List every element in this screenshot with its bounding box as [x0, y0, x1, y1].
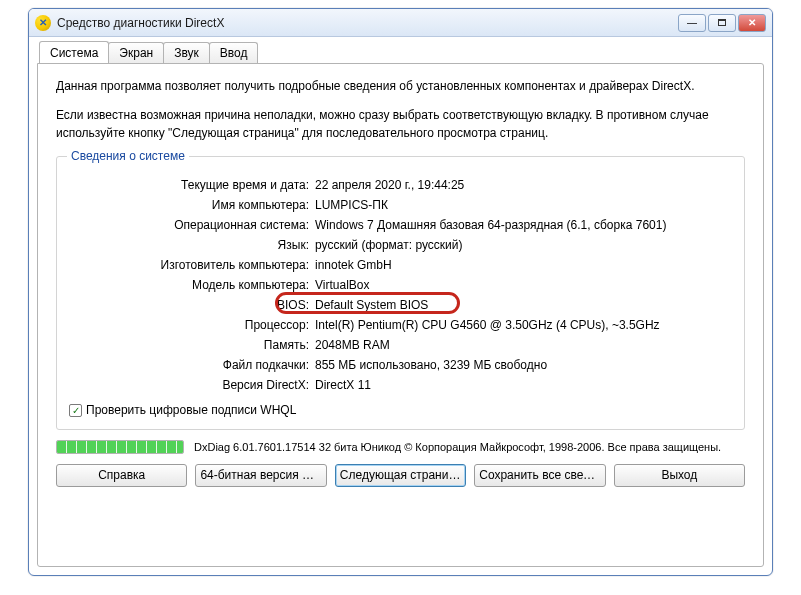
value-dxversion: DirectX 11 [315, 377, 371, 393]
next-page-button[interactable]: Следующая страница [335, 464, 466, 487]
value-datetime: 22 апреля 2020 г., 19:44:25 [315, 177, 464, 193]
whql-label: Проверить цифровые подписи WHQL [86, 403, 296, 417]
label-cpu: Процессор: [69, 317, 309, 333]
tab-display[interactable]: Экран [108, 42, 164, 64]
row-model: Модель компьютера: VirtualBox [69, 275, 732, 295]
intro-text: Данная программа позволяет получить подр… [56, 78, 745, 142]
system-info-group: Сведения о системе Текущие время и дата:… [56, 156, 745, 430]
value-computer: LUMPICS-ПК [315, 197, 388, 213]
value-memory: 2048MB RAM [315, 337, 390, 353]
row-lang: Язык: русский (формат: русский) [69, 235, 732, 255]
window-frame: ✕ Средство диагностики DirectX — ✕ Систе… [28, 8, 773, 576]
footer-version-text: DxDiag 6.01.7601.17514 32 бита Юникод © … [194, 441, 721, 453]
tab-strip: Система Экран Звук Ввод [37, 41, 764, 63]
tab-panel-system: Данная программа позволяет получить подр… [37, 63, 764, 567]
row-computer: Имя компьютера: LUMPICS-ПК [69, 195, 732, 215]
tab-input[interactable]: Ввод [209, 42, 259, 64]
button-row: Справка 64-битная версия DxDiag Следующа… [56, 464, 745, 487]
row-bios: BIOS: Default System BIOS [69, 295, 732, 315]
save-all-button[interactable]: Сохранить все сведения... [474, 464, 605, 487]
whql-checkbox[interactable]: ✓ [69, 404, 82, 417]
intro-paragraph-2: Если известна возможная причина неполадк… [56, 107, 745, 142]
help-button[interactable]: Справка [56, 464, 187, 487]
label-pagefile: Файл подкачки: [69, 357, 309, 373]
row-os: Операционная система: Windows 7 Домашняя… [69, 215, 732, 235]
bit64-button[interactable]: 64-битная версия DxDiag [195, 464, 326, 487]
titlebar: ✕ Средство диагностики DirectX — ✕ [29, 9, 772, 37]
whql-check-row: ✓ Проверить цифровые подписи WHQL [69, 403, 732, 417]
client-area: Система Экран Звук Ввод Данная программа… [37, 41, 764, 567]
exit-button[interactable]: Выход [614, 464, 745, 487]
row-memory: Память: 2048MB RAM [69, 335, 732, 355]
label-dxversion: Версия DirectX: [69, 377, 309, 393]
tab-label: Система [50, 46, 98, 60]
label-model: Модель компьютера: [69, 277, 309, 293]
window-title: Средство диагностики DirectX [57, 16, 224, 30]
row-dxversion: Версия DirectX: DirectX 11 [69, 375, 732, 395]
tab-system[interactable]: Система [39, 41, 109, 63]
group-legend: Сведения о системе [67, 149, 189, 163]
label-computer: Имя компьютера: [69, 197, 309, 213]
tab-label: Экран [119, 46, 153, 60]
intro-paragraph-1: Данная программа позволяет получить подр… [56, 78, 745, 95]
value-os: Windows 7 Домашняя базовая 64-разрядная … [315, 217, 666, 233]
tab-sound[interactable]: Звук [163, 42, 210, 64]
value-cpu: Intel(R) Pentium(R) CPU G4560 @ 3.50GHz … [315, 317, 660, 333]
progress-row: DxDiag 6.01.7601.17514 32 бита Юникод © … [56, 440, 745, 454]
value-lang: русский (формат: русский) [315, 237, 463, 253]
value-model: VirtualBox [315, 277, 369, 293]
progress-bar [56, 440, 184, 454]
value-bios: Default System BIOS [315, 297, 428, 313]
window-controls: — ✕ [678, 14, 766, 32]
label-manufacturer: Изготовитель компьютера: [69, 257, 309, 273]
label-memory: Память: [69, 337, 309, 353]
close-button[interactable]: ✕ [738, 14, 766, 32]
maximize-button[interactable] [708, 14, 736, 32]
row-cpu: Процессор: Intel(R) Pentium(R) CPU G4560… [69, 315, 732, 335]
row-manufacturer: Изготовитель компьютера: innotek GmbH [69, 255, 732, 275]
row-pagefile: Файл подкачки: 855 МБ использовано, 3239… [69, 355, 732, 375]
value-pagefile: 855 МБ использовано, 3239 МБ свободно [315, 357, 547, 373]
tab-label: Ввод [220, 46, 248, 60]
tab-label: Звук [174, 46, 199, 60]
label-datetime: Текущие время и дата: [69, 177, 309, 193]
label-os: Операционная система: [69, 217, 309, 233]
row-datetime: Текущие время и дата: 22 апреля 2020 г.,… [69, 175, 732, 195]
label-bios: BIOS: [69, 297, 309, 313]
dxdiag-icon: ✕ [35, 15, 51, 31]
value-manufacturer: innotek GmbH [315, 257, 392, 273]
minimize-button[interactable]: — [678, 14, 706, 32]
label-lang: Язык: [69, 237, 309, 253]
